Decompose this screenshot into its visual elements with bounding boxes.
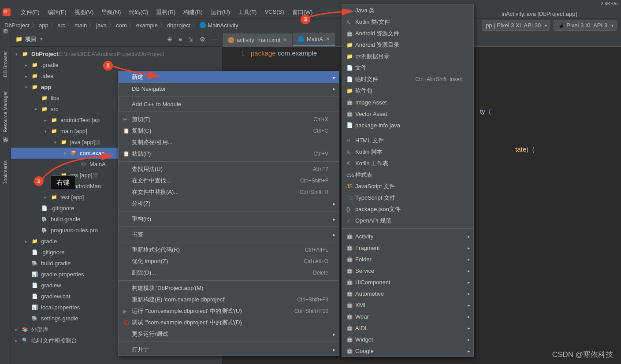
menu-item[interactable]: 📁示例数据目录 bbox=[342, 51, 473, 62]
breadcrumb-item[interactable]: app bbox=[39, 22, 48, 29]
left-tab[interactable]: 结构 bbox=[1, 144, 10, 149]
menu-item[interactable]: 🤖XML bbox=[342, 299, 473, 311]
menu-item[interactable]: TSTypeScript 文件 bbox=[342, 192, 473, 204]
menu-item[interactable]: 🤖Image Asset bbox=[342, 97, 473, 108]
menu-item[interactable]: 构建(B) bbox=[179, 8, 206, 16]
device-select-2[interactable]: 📱Pixel 3 XL API 3 bbox=[554, 20, 617, 31]
menu-item[interactable]: css样式表 bbox=[342, 169, 473, 181]
breadcrumb-item[interactable]: java bbox=[96, 22, 107, 29]
menu-item[interactable]: 🤖Service bbox=[342, 265, 473, 276]
menu-item[interactable]: VCS(S) bbox=[260, 8, 288, 16]
tree-arrow-icon[interactable]: ▸ bbox=[45, 195, 51, 200]
menu-item[interactable]: 分析(Z) bbox=[119, 198, 339, 209]
menu-item[interactable]: 打开于 bbox=[119, 344, 339, 355]
menu-item[interactable]: ⒸJava 类 bbox=[342, 5, 473, 16]
menu-item[interactable]: 优化 import(Z)Ctrl+Alt+O bbox=[119, 256, 339, 267]
menu-item[interactable]: 🤖Automotive bbox=[342, 288, 473, 299]
menu-item[interactable]: 文件(F) bbox=[17, 8, 44, 16]
left-tab[interactable]: Bookmarks bbox=[2, 158, 9, 187]
menu-item[interactable]: 📋复制(C)Ctrl+C bbox=[119, 125, 339, 137]
menu-item[interactable]: KKotlin 类/文件 bbox=[342, 16, 473, 28]
menu-item[interactable]: 书签 bbox=[119, 229, 339, 240]
menu-item[interactable]: 重新构建(E) 'com.example.dbproject'Ctrl+Shif… bbox=[119, 294, 339, 305]
editor-tab[interactable]: activity_main.xml✕ bbox=[223, 33, 293, 46]
menu-item[interactable]: 重构(R) bbox=[152, 8, 179, 16]
menu-item[interactable]: KKotlin 工作表 bbox=[342, 158, 473, 169]
gear-icon[interactable]: ⚙ bbox=[200, 36, 205, 43]
menu-item[interactable]: ▶运行 '"com.example.dbproject' 中的测试'(U)Ctr… bbox=[119, 305, 339, 317]
breadcrumb-item[interactable]: com bbox=[116, 22, 127, 29]
menu-item[interactable]: 📁Android 资源目录 bbox=[342, 39, 473, 51]
breadcrumb-item[interactable]: main bbox=[74, 22, 87, 29]
expand-icon[interactable]: ⇲ bbox=[188, 36, 193, 43]
menu-item[interactable]: 🤖Vector Asset bbox=[342, 108, 473, 119]
device-select-1[interactable]: pp | Pixel 3 XL API 30 bbox=[482, 20, 550, 31]
close-icon[interactable]: ✕ bbox=[326, 36, 330, 42]
left-tab[interactable]: DB Browser bbox=[2, 48, 9, 80]
menu-item[interactable]: 新建 bbox=[119, 71, 339, 83]
tree-arrow-icon[interactable]: ▸ bbox=[45, 118, 51, 123]
breadcrumb-item[interactable]: dbproject bbox=[167, 22, 190, 29]
menu-item[interactable]: 🤖Google bbox=[342, 345, 473, 357]
tree-arrow-icon[interactable]: ▾ bbox=[25, 85, 31, 89]
tree-arrow-icon[interactable]: ▸ bbox=[15, 338, 22, 343]
context-menu[interactable]: 新建DB NavigatorAdd C++ to Module✂剪切(T)Ctr… bbox=[118, 71, 339, 356]
menu-item[interactable]: 🤖Fragment bbox=[342, 242, 473, 253]
tree-arrow-icon[interactable]: ▾ bbox=[15, 52, 22, 56]
close-icon[interactable]: ✕ bbox=[283, 37, 287, 43]
tree-arrow-icon[interactable]: ▸ bbox=[25, 239, 31, 244]
menu-item[interactable]: ✂剪切(T)Ctrl+X bbox=[119, 114, 339, 125]
breadcrumb[interactable]: DbProject〉app〉src〉main〉java〉com〉example〉… bbox=[4, 21, 238, 29]
new-submenu[interactable]: ⒸJava 类KKotlin 类/文件🤖Android 资源文件📁Android… bbox=[342, 4, 474, 357]
left-tab[interactable]: Resource Manager bbox=[2, 89, 9, 135]
menu-item[interactable]: ✓OpenAPI 规范 bbox=[342, 215, 473, 227]
menu-item[interactable]: 🤖Widget bbox=[342, 334, 473, 345]
tree-arrow-icon[interactable]: ▸ bbox=[25, 63, 31, 67]
tree-arrow-icon[interactable]: ▸ bbox=[15, 327, 22, 332]
menu-item[interactable]: DB Navigator bbox=[119, 83, 339, 94]
dropdown-icon[interactable]: ▼ bbox=[39, 37, 44, 41]
breadcrumb-item[interactable]: DbProject bbox=[4, 22, 30, 29]
menu-item[interactable]: 🤖Activity bbox=[342, 230, 473, 242]
menu-item[interactable]: 复制路径/引用... bbox=[119, 137, 339, 148]
tree-row[interactable]: ▸📁.gradle bbox=[11, 59, 222, 71]
breadcrumb-item[interactable]: MainActivity bbox=[208, 22, 238, 29]
breadcrumb-item[interactable]: example bbox=[136, 22, 158, 29]
target-icon[interactable]: ⊕ bbox=[167, 36, 172, 43]
hide-icon[interactable]: — bbox=[212, 36, 218, 43]
menu-item[interactable]: 📁软件包 bbox=[342, 85, 473, 97]
menu-item[interactable]: 构建模块 'DbProject.app'(M) bbox=[119, 282, 339, 294]
tree-arrow-icon[interactable]: ▾ bbox=[35, 107, 41, 111]
tree-arrow-icon[interactable]: ▾ bbox=[45, 129, 51, 134]
breadcrumb-item[interactable]: src bbox=[58, 22, 65, 29]
menu-item[interactable]: 在文件中查找...Ctrl+Shift+F bbox=[119, 175, 339, 186]
tree-arrow-icon[interactable]: ▾ bbox=[54, 140, 60, 145]
menu-item[interactable]: 视图(V) bbox=[71, 8, 97, 16]
menu-item[interactable]: 🤖AIDL bbox=[342, 322, 473, 334]
menu-item[interactable]: 📄package-info.java bbox=[342, 119, 473, 131]
menu-item[interactable]: 更多运行/调试 bbox=[119, 328, 339, 340]
menu-item[interactable]: 代码(C) bbox=[125, 8, 152, 16]
menu-item[interactable]: HHTML 文件 bbox=[342, 135, 473, 146]
tree-arrow-icon[interactable]: ▸ bbox=[25, 74, 31, 78]
menu-item[interactable]: 🤖Android 资源文件 bbox=[342, 28, 473, 39]
menu-item[interactable]: JSJavaScript 文件 bbox=[342, 181, 473, 192]
menu-item[interactable]: 📄临时文件Ctrl+Alt+Shift+Insert bbox=[342, 74, 473, 85]
editor-tab[interactable]: MainA✕ bbox=[293, 33, 335, 46]
menu-item[interactable]: 🐞调试 '"com.example.dbproject' 中的测试'(D) bbox=[119, 317, 339, 328]
tree-arrow-icon[interactable]: ▾ bbox=[64, 151, 70, 156]
menu-item[interactable]: 删除(D)...Delete bbox=[119, 267, 339, 279]
menu-item[interactable]: KKotlin 脚本 bbox=[342, 146, 473, 158]
tree-row[interactable]: ▾📁DbProject D:\IntelliJIDEA\AndroidProje… bbox=[11, 48, 222, 59]
menu-item[interactable]: 🤖UiComponent bbox=[342, 276, 473, 288]
menu-item[interactable]: 在文件中替换(A)...Ctrl+Shift+R bbox=[119, 186, 339, 198]
menu-item[interactable]: {}package.json文件 bbox=[342, 204, 473, 215]
menu-item[interactable]: 🤖Wear bbox=[342, 311, 473, 322]
menu-item[interactable]: 工具(T) bbox=[234, 8, 261, 16]
menu-item[interactable]: 运行(U) bbox=[207, 8, 234, 16]
collapse-icon[interactable]: ≡ bbox=[178, 36, 182, 43]
menu-item[interactable]: 查找用法(U)Alt+F7 bbox=[119, 163, 339, 175]
menu-item[interactable]: 编辑(E) bbox=[44, 8, 71, 16]
menu-item[interactable]: 窗口(W) bbox=[288, 8, 317, 16]
menu-item[interactable]: 重构(R) bbox=[119, 213, 339, 225]
